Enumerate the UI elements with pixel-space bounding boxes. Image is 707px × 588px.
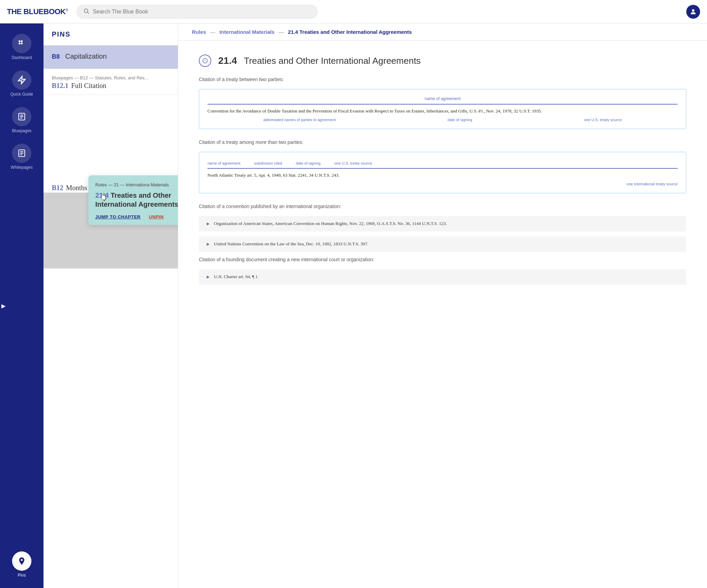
citation-founding-desc: Citation of a founding document creating… <box>199 257 686 262</box>
sidebar-item-label: Quick Guide <box>10 92 33 97</box>
sidebar-item-label: Whitepages <box>11 165 32 170</box>
section-pin-icon <box>199 55 211 67</box>
sidebar-item-bluepages[interactable]: Bluepages <box>0 104 43 137</box>
sidebar-item-label: Bluepages <box>12 128 32 133</box>
pin-card-b12-1-content: Bluepages — B12 — Statutes, Rules, and R… <box>52 75 170 90</box>
breadcrumb-sep2: — <box>279 29 284 35</box>
svg-point-0 <box>84 9 88 13</box>
svg-point-3 <box>19 40 20 42</box>
sidebar-item-whitepages[interactable]: Whitepages <box>0 140 43 173</box>
pin-section-num: B12 <box>52 184 63 192</box>
pins-heading: PINS <box>43 23 178 46</box>
breadcrumb-section-num: 21.4 Treaties and Other International Ag… <box>288 29 412 35</box>
example-text-1: Organization of American States, America… <box>214 221 447 226</box>
unpin-link[interactable]: UNPIN <box>149 214 164 219</box>
annotation-row-top: name of agreement subdivision cited date… <box>207 161 678 165</box>
citation-diagram-1: name of agreement Convention for the Avo… <box>199 89 686 129</box>
search-icon <box>83 8 89 16</box>
annotation-row: abbreviated names of parties to agreemen… <box>207 118 678 122</box>
example-text-2: United Nations Convention on the Law of … <box>214 241 368 247</box>
pin-section-num: B8 <box>52 53 60 60</box>
ann-treaty-source: one U.S. treaty source <box>584 118 622 122</box>
svg-point-6 <box>21 42 22 44</box>
example-arrow-icon: ► <box>206 242 211 247</box>
svg-point-5 <box>19 42 20 44</box>
sidebar-item-pins[interactable]: Pins <box>0 548 43 581</box>
sidebar: ▶ Dashboard Quick Guide <box>0 23 43 588</box>
content-body: 21.4 Treaties and Other International Ag… <box>178 41 707 588</box>
example-arrow-icon: ► <box>206 221 211 227</box>
section-number: 21.4 <box>218 55 237 66</box>
pin-card-b8: B8 Capitalization <box>43 46 178 69</box>
svg-point-2 <box>692 9 694 11</box>
example-text-3: U.N. Charter art. 94, ¶ 1. <box>214 274 259 280</box>
dashboard-icon <box>12 34 31 53</box>
section-title-row: 21.4 Treaties and Other International Ag… <box>199 55 686 67</box>
svg-point-4 <box>21 40 22 42</box>
ann-intl-source: one international treaty source <box>627 182 678 186</box>
main-layout: ▶ Dashboard Quick Guide <box>0 23 707 588</box>
breadcrumb-international-materials[interactable]: International Materials <box>220 29 274 35</box>
pin-section-num: B12.1 <box>52 82 68 90</box>
citation-convention-desc: Citation of a convention published by an… <box>199 204 686 209</box>
sidebar-item-label: Dashboard <box>12 55 32 60</box>
sidebar-item-label: Pins <box>18 573 26 578</box>
sidebar-item-dashboard[interactable]: Dashboard <box>0 30 43 63</box>
diagram2-citation-text: North Atlantic Treaty art. 5, Apr. 4, 19… <box>207 168 678 179</box>
pins-icon <box>12 551 31 571</box>
logo: THE BLUEBOOK® <box>7 7 68 16</box>
example-box-1: ► Organization of American States, Ameri… <box>199 216 686 232</box>
pin-popup-breadcrumb: Rules — 21 — Internationa Materials <box>95 182 178 187</box>
example-arrow-icon: ► <box>206 274 211 280</box>
search-bar[interactable] <box>76 4 318 19</box>
svg-marker-7 <box>18 76 25 84</box>
pin-section-title: Months <box>66 184 87 192</box>
pin-card-blue-section[interactable]: B8 Capitalization <box>43 46 178 69</box>
pin-popup-actions: JUMP TO CHAPTER UNPIN <box>95 214 178 219</box>
citation-diagram-2: name of agreement subdivision cited date… <box>199 152 686 193</box>
example-box-2: ► United Nations Convention on the Law o… <box>199 236 686 252</box>
ann-parties: abbreviated names of parties to agreemen… <box>263 118 336 122</box>
annotation-row-bottom: one international treaty source <box>207 182 678 186</box>
ann-name: name of agreement <box>207 161 240 165</box>
pin-section-title: Full Citation <box>71 82 106 90</box>
whitepages-icon <box>12 144 31 163</box>
pin-breadcrumb: Bluepages — B12 — Statutes, Rules, and R… <box>52 75 170 80</box>
citation-two-parties-desc: Citation of a treaty between two parties… <box>199 77 686 82</box>
ann-date2: date of signing <box>296 161 321 165</box>
svg-line-1 <box>87 12 89 13</box>
ann-subdivision: subdivision cited <box>254 161 282 165</box>
jump-to-chapter-link[interactable]: JUMP TO CHAPTER <box>95 214 141 219</box>
quick-guide-icon <box>12 70 31 90</box>
diagram-label-name-of-agreement: name of agreement <box>207 96 678 101</box>
breadcrumb-bar: Rules — International Materials — 21.4 T… <box>178 23 707 41</box>
breadcrumb-sep1: — <box>210 29 215 35</box>
ann-date: date of signing <box>447 118 472 122</box>
header: THE BLUEBOOK® <box>0 0 707 23</box>
sidebar-collapse-arrow[interactable]: ▶ <box>0 303 6 309</box>
hand-cursor-icon <box>99 192 110 205</box>
content-area: Rules — International Materials — 21.4 T… <box>178 23 707 588</box>
pin-section-title: Capitalization <box>65 52 107 60</box>
diagram-citation-text: Convention for the Avoidance of Double T… <box>207 104 678 115</box>
sidebar-item-quick-guide[interactable]: Quick Guide <box>0 67 43 100</box>
header-right <box>686 5 700 19</box>
avatar[interactable] <box>686 5 700 19</box>
pin-popup: Rules — 21 — Internationa Materials 21.4… <box>88 175 178 225</box>
bluepages-icon <box>12 107 31 126</box>
ann-us-source: one U.S. treaty source <box>335 161 372 165</box>
breadcrumb-rules[interactable]: Rules <box>192 29 206 35</box>
section-heading: Treaties and Other International Agreeme… <box>244 56 421 66</box>
citation-multi-parties-desc: Citation of a treaty among more than two… <box>199 139 686 145</box>
pin-card-b12-1: Bluepages — B12 — Statutes, Rules, and R… <box>43 69 178 95</box>
search-input[interactable] <box>93 9 311 15</box>
example-box-3: ► U.N. Charter art. 94, ¶ 1. <box>199 269 686 285</box>
pins-panel: PINS B8 Capitalization Bluepages — B12 —… <box>43 23 178 588</box>
